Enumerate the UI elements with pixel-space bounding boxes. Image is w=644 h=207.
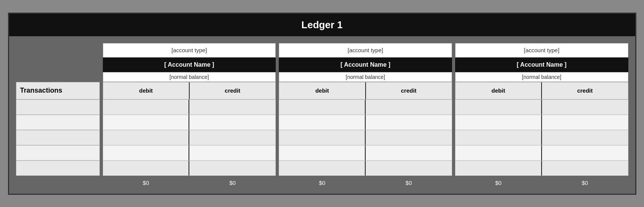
account-type-text-2: [account type] xyxy=(348,47,383,53)
credit-label-1: credit xyxy=(225,87,240,94)
debit-cell xyxy=(455,145,542,160)
debit-cell xyxy=(103,99,190,115)
table-row xyxy=(103,160,276,176)
debit-cell xyxy=(455,160,542,176)
account-debit-credit-header-1: debit credit xyxy=(103,82,276,99)
debit-total-text-1: $0 xyxy=(143,180,149,186)
table-row xyxy=(279,130,452,145)
transactions-label-spacer xyxy=(16,43,100,82)
debit-header-2: debit xyxy=(279,82,366,99)
debit-cell xyxy=(103,145,190,160)
debit-total-1: $0 xyxy=(103,178,189,188)
credit-cell xyxy=(366,130,452,145)
transactions-label-column: Transactions xyxy=(16,43,100,190)
credit-cell xyxy=(366,145,452,160)
credit-cell xyxy=(542,130,628,145)
debit-cell xyxy=(279,145,366,160)
credit-label-2: credit xyxy=(401,87,417,94)
account-table-2: [account type] [ Account Name ] [normal … xyxy=(279,43,452,190)
credit-cell xyxy=(189,115,276,130)
debit-total-text-2: $0 xyxy=(319,180,326,186)
credit-total-2: $0 xyxy=(366,178,452,188)
account-totals-2: $0 $0 xyxy=(279,176,452,190)
table-row xyxy=(455,145,628,160)
credit-cell xyxy=(542,115,628,130)
account-debit-credit-header-2: debit credit xyxy=(279,82,452,99)
credit-total-text-2: $0 xyxy=(406,180,412,186)
account-balance-text-1: [normal balance] xyxy=(169,74,209,80)
debit-cell xyxy=(279,99,366,115)
table-row xyxy=(279,115,452,130)
list-item xyxy=(16,160,100,176)
account-debit-credit-header-3: debit credit xyxy=(455,82,628,99)
account-table-3: [account type] [ Account Name ] [normal … xyxy=(455,43,628,190)
account-type-text-1: [account type] xyxy=(171,47,207,53)
credit-header-1: credit xyxy=(190,82,275,99)
debit-cell xyxy=(455,99,542,115)
debit-total-text-3: $0 xyxy=(495,180,502,186)
table-row xyxy=(455,99,628,115)
account-name-text-2: [ Account Name ] xyxy=(340,61,390,68)
debit-cell xyxy=(103,130,190,145)
list-item xyxy=(16,115,100,130)
ledger-content: Transactions [account type] [ Account Na… xyxy=(16,43,628,190)
account-balance-2: [normal balance] xyxy=(279,72,452,82)
account-name-3: [ Account Name ] xyxy=(455,58,628,72)
credit-cell xyxy=(366,99,452,115)
debit-label-3: debit xyxy=(492,87,505,94)
credit-cell xyxy=(366,115,452,130)
ledger-title: Ledger 1 xyxy=(9,14,635,36)
account-type-2: [account type] xyxy=(279,43,452,58)
debit-cell xyxy=(455,115,542,130)
debit-header-1: debit xyxy=(103,82,190,99)
credit-total-1: $0 xyxy=(189,178,276,188)
debit-cell xyxy=(279,130,366,145)
account-totals-1: $0 $0 xyxy=(103,176,276,190)
account-table-1: [account type] [ Account Name ] [normal … xyxy=(103,43,276,190)
list-item xyxy=(16,130,100,145)
account-totals-3: $0 $0 xyxy=(455,176,628,190)
transactions-label-text: Transactions xyxy=(20,87,62,95)
account-name-2: [ Account Name ] xyxy=(279,58,452,72)
account-type-1: [account type] xyxy=(103,43,276,58)
credit-cell xyxy=(189,130,276,145)
ledger-title-text: Ledger 1 xyxy=(301,19,342,30)
credit-total-text-1: $0 xyxy=(229,180,236,186)
debit-cell xyxy=(455,130,542,145)
account-name-text-1: [ Account Name ] xyxy=(164,61,214,68)
table-row xyxy=(103,99,276,115)
debit-cell xyxy=(279,160,366,176)
account-name-text-3: [ Account Name ] xyxy=(517,61,567,68)
debit-label-2: debit xyxy=(315,87,329,94)
table-row xyxy=(103,145,276,160)
list-item xyxy=(16,99,100,115)
debit-total-2: $0 xyxy=(279,178,365,188)
debit-total-3: $0 xyxy=(455,178,542,188)
credit-cell xyxy=(189,99,276,115)
account-balance-text-2: [normal balance] xyxy=(346,74,385,80)
list-item xyxy=(16,145,100,160)
ledger-container: Ledger 1 Transactions [ xyxy=(8,13,636,195)
debit-label-1: debit xyxy=(139,87,153,94)
table-row xyxy=(455,130,628,145)
ledger-body: Transactions [account type] [ Account Na… xyxy=(9,36,635,194)
debit-header-3: debit xyxy=(455,82,542,99)
credit-label-3: credit xyxy=(577,87,593,94)
debit-cell xyxy=(279,115,366,130)
account-name-1: [ Account Name ] xyxy=(103,58,276,72)
credit-cell xyxy=(542,99,628,115)
account-type-3: [account type] xyxy=(455,43,628,58)
table-row xyxy=(455,115,628,130)
credit-header-2: credit xyxy=(366,82,452,99)
transactions-label-header: Transactions xyxy=(16,82,100,99)
account-balance-text-3: [normal balance] xyxy=(522,74,561,80)
credit-header-3: credit xyxy=(542,82,628,99)
credit-cell xyxy=(366,160,452,176)
account-rows-3 xyxy=(455,99,628,176)
account-rows-1 xyxy=(103,99,276,176)
account-rows-2 xyxy=(279,99,452,176)
account-balance-1: [normal balance] xyxy=(103,72,276,82)
debit-cell xyxy=(103,160,190,176)
table-row xyxy=(103,115,276,130)
table-row xyxy=(279,160,452,176)
